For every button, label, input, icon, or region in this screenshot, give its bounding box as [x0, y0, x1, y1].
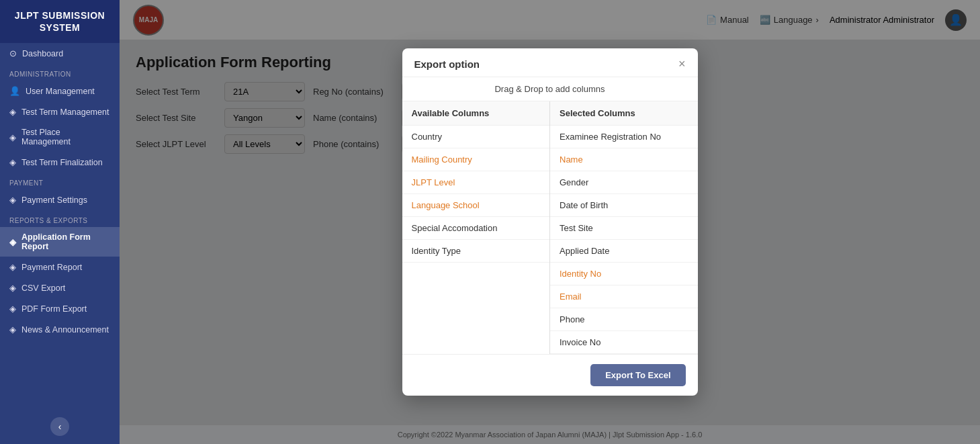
sidebar-section-administration: ADMINISTRATION [0, 64, 120, 81]
sidebar-item-label: Payment Report [21, 263, 82, 272]
modal-subtitle: Drag & Drop to add columns [402, 77, 698, 101]
sidebar-item-payment-report[interactable]: ◈ Payment Report [0, 257, 120, 277]
modal-header: Export option × [402, 48, 698, 77]
modal-footer: Export To Excel [402, 354, 698, 396]
selected-col-applied-date[interactable]: Applied Date [550, 240, 698, 263]
news-icon: ◈ [9, 324, 16, 335]
sidebar-item-test-term-management[interactable]: ◈ Test Term Management [0, 101, 120, 122]
report-icon: ◈ [9, 237, 16, 247]
sidebar-item-pdf-form-export[interactable]: ◈ PDF Form Export [0, 298, 120, 319]
selected-columns-header: Selected Columns [550, 101, 698, 126]
pdf-icon: ◈ [9, 304, 16, 314]
modal-title: Export option [414, 58, 480, 70]
sidebar-title: JLPT SUBMISSION SYSTEM [0, 0, 120, 43]
sidebar-item-label: Payment Settings [21, 195, 87, 205]
selected-col-name[interactable]: Name [550, 148, 698, 171]
available-columns-list: Country Mailing Country JLPT Level Langu… [402, 126, 550, 354]
sidebar-collapse-area: ‹ [0, 409, 120, 444]
sidebar-item-label: Dashboard [22, 49, 63, 58]
sidebar-item-label: Test Term Finalization [21, 158, 103, 167]
payment-icon: ◈ [9, 195, 16, 205]
user-icon: 👤 [9, 86, 20, 96]
sidebar-item-news-announcement[interactable]: ◈ News & Announcement [0, 319, 120, 340]
available-col-identity-type[interactable]: Identity Type [402, 240, 550, 263]
sidebar-item-csv-export[interactable]: ◈ CSV Export [0, 277, 120, 298]
modal-close-button[interactable]: × [678, 58, 686, 70]
csv-icon: ◈ [9, 283, 16, 293]
sidebar-item-app-form-report[interactable]: ◈ Application Form Report [0, 227, 120, 257]
selected-col-gender[interactable]: Gender [550, 171, 698, 194]
sidebar-item-user-management[interactable]: 👤 User Management [0, 81, 120, 101]
available-columns-header: Available Columns [402, 101, 550, 126]
sidebar-item-test-term-finalization[interactable]: ◈ Test Term Finalization [0, 152, 120, 173]
available-col-jlpt-level[interactable]: JLPT Level [402, 171, 550, 194]
selected-col-invoice-no[interactable]: Invoice No [550, 331, 698, 354]
available-col-special-accomodation[interactable]: Special Accomodation [402, 217, 550, 240]
selected-col-date-of-birth[interactable]: Date of Birth [550, 194, 698, 217]
available-col-mailing-country[interactable]: Mailing Country [402, 148, 550, 171]
export-modal: Export option × Drag & Drop to add colum… [402, 48, 698, 396]
sidebar-section-payment: PAYMENT [0, 173, 120, 189]
term-icon: ◈ [9, 107, 16, 117]
sidebar-item-label: PDF Form Export [21, 304, 87, 314]
selected-columns-list: Examinee Registration No Name Gender Dat… [550, 126, 698, 354]
selected-col-email[interactable]: Email [550, 285, 698, 308]
selected-col-examinee-reg-no[interactable]: Examinee Registration No [550, 126, 698, 148]
sidebar-item-dashboard[interactable]: ⊙ Dashboard [0, 43, 120, 64]
available-col-country[interactable]: Country [402, 126, 550, 148]
dashboard-icon: ⊙ [9, 48, 17, 58]
sidebar: JLPT SUBMISSION SYSTEM ⊙ Dashboard ADMIN… [0, 0, 120, 444]
sidebar-item-payment-settings[interactable]: ◈ Payment Settings [0, 189, 120, 210]
selected-col-test-site[interactable]: Test Site [550, 217, 698, 240]
sidebar-item-label: Test Term Management [21, 107, 109, 117]
export-to-excel-button[interactable]: Export To Excel [590, 364, 685, 386]
place-icon: ◈ [9, 132, 16, 142]
sidebar-item-label: Application Form Report [21, 232, 110, 251]
selected-col-identity-no[interactable]: Identity No [550, 263, 698, 285]
sidebar-collapse-button[interactable]: ‹ [50, 417, 69, 436]
finalization-icon: ◈ [9, 157, 16, 167]
payment-report-icon: ◈ [9, 262, 16, 272]
sidebar-item-label: User Management [26, 87, 95, 96]
available-columns-panel: Available Columns Country Mailing Countr… [402, 101, 550, 354]
sidebar-item-test-place-management[interactable]: ◈ Test Place Management [0, 122, 120, 152]
sidebar-item-label: CSV Export [21, 283, 65, 293]
sidebar-item-label: Test Place Management [21, 128, 110, 146]
selected-columns-panel: Selected Columns Examinee Registration N… [550, 101, 698, 354]
modal-overlay: Export option × Drag & Drop to add colum… [120, 0, 980, 444]
sidebar-section-reports: REPORTS & EXPORTS [0, 210, 120, 227]
selected-col-phone[interactable]: Phone [550, 308, 698, 331]
main-area: MAJA 📄 Manual 🔤 Language › Administrator… [120, 0, 980, 444]
modal-body: Available Columns Country Mailing Countr… [402, 101, 698, 354]
sidebar-item-label: News & Announcement [21, 325, 109, 335]
available-col-language-school[interactable]: Language School [402, 194, 550, 217]
